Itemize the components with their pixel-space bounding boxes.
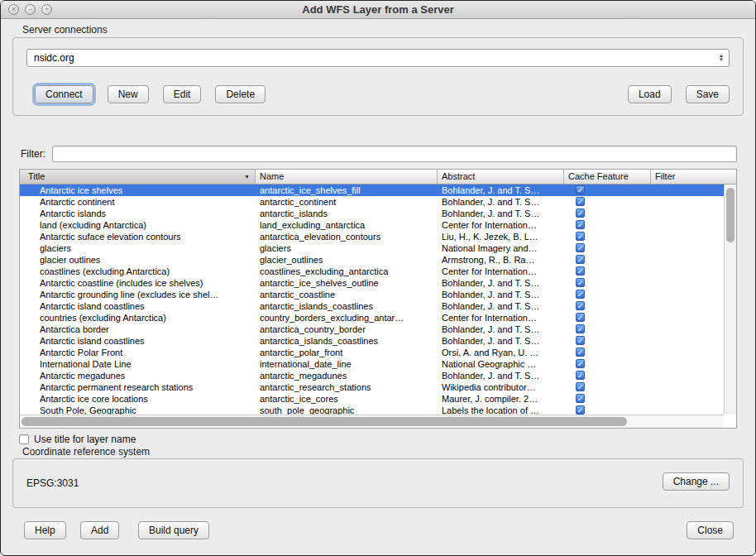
change-crs-button[interactable]: Change ... — [663, 472, 730, 491]
vertical-scrollbar-thumb[interactable] — [726, 188, 734, 242]
cache-feature-checkbox[interactable]: ✓ — [576, 208, 585, 218]
cache-feature-checkbox[interactable]: ✓ — [576, 405, 585, 415]
build-query-button[interactable]: Build query — [138, 521, 209, 539]
zoom-window-button[interactable]: + — [41, 4, 52, 15]
cell-title: International Date Line — [20, 358, 256, 370]
cache-feature-checkbox[interactable]: ✓ — [576, 301, 585, 310]
window-controls: × − + — [8, 4, 52, 15]
cache-feature-checkbox[interactable]: ✓ — [576, 243, 585, 252]
use-title-checkbox[interactable] — [19, 434, 29, 444]
cell-name: international_date_line — [256, 358, 438, 370]
cache-feature-checkbox[interactable]: ✓ — [576, 220, 585, 229]
cell-cache-feature: ✓ — [564, 219, 651, 231]
cell-name: antarctic_islands_coastlines — [256, 300, 438, 312]
table-row[interactable]: Antarctic megadunesantarctic_megadunesBo… — [20, 370, 724, 381]
cell-title: glaciers — [20, 242, 256, 254]
table-row[interactable]: countries (excluding Antarctica)country_… — [20, 312, 724, 324]
cell-cache-feature: ✓ — [564, 231, 651, 242]
table-row[interactable]: land (excluding Antarctica)land_excludin… — [20, 219, 724, 231]
cell-cache-feature: ✓ — [564, 266, 651, 277]
table-row[interactable]: Antarctic island coastlinesantarctica_is… — [20, 335, 724, 347]
server-select[interactable]: nsidc.org ▲▼ — [26, 49, 730, 67]
column-header-cache-feature[interactable]: Cache Feature — [564, 170, 651, 185]
cell-abstract: Bohlander, J. and T. S… — [438, 289, 564, 300]
close-window-button[interactable]: × — [8, 4, 19, 15]
save-button[interactable]: Save — [686, 85, 730, 103]
cell-name: antarctic_islands — [256, 208, 438, 219]
use-title-label: Use title for layer name — [34, 434, 136, 445]
cache-feature-checkbox[interactable]: ✓ — [576, 255, 585, 264]
server-connections-group: nsidc.org ▲▼ Connect New Edit Delete Loa… — [12, 37, 744, 116]
table-row[interactable]: Antarctic island coastlinesantarctic_isl… — [20, 300, 724, 312]
delete-button[interactable]: Delete — [215, 85, 266, 103]
column-header-title[interactable]: Title ▼ — [20, 170, 256, 185]
cell-abstract: Bohlander, J. and T. S… — [438, 208, 564, 219]
cache-feature-checkbox[interactable]: ✓ — [576, 371, 585, 380]
table-row[interactable]: Antarctic islandsantarctic_islandsBohlan… — [20, 208, 724, 219]
cache-feature-checkbox[interactable]: ✓ — [576, 278, 585, 287]
new-button[interactable]: New — [108, 85, 149, 103]
column-header-name[interactable]: Name — [256, 170, 438, 185]
cell-filter — [651, 381, 724, 393]
cell-title: glacier outlines — [20, 254, 256, 266]
cell-abstract: Center for Internation… — [438, 266, 564, 277]
cache-feature-checkbox[interactable]: ✓ — [576, 336, 585, 345]
table-row[interactable]: Antarctic Polar Frontantarctic_polar_fro… — [20, 347, 724, 358]
cell-name: glacier_outlines — [256, 254, 438, 266]
cache-feature-checkbox[interactable]: ✓ — [576, 232, 585, 241]
table-row[interactable]: International Date Lineinternational_dat… — [20, 358, 724, 370]
cache-feature-checkbox[interactable]: ✓ — [576, 290, 585, 299]
horizontal-scrollbar[interactable] — [20, 415, 724, 428]
help-button[interactable]: Help — [24, 521, 66, 539]
column-header-abstract[interactable]: Abstract — [438, 170, 564, 185]
add-button[interactable]: Add — [80, 521, 119, 539]
column-header-filter[interactable]: Filter — [651, 170, 736, 185]
vertical-scrollbar[interactable] — [724, 185, 736, 415]
cache-feature-checkbox[interactable]: ✓ — [576, 197, 585, 206]
filter-input[interactable] — [52, 146, 737, 162]
edit-button[interactable]: Edit — [163, 85, 202, 103]
titlebar[interactable]: × − + Add WFS Layer from a Server — [1, 1, 755, 19]
cell-name: antarctic_ice_cores — [256, 393, 438, 405]
table-row[interactable]: Antarctic continentantarctic_continentBo… — [20, 196, 724, 208]
table-row[interactable]: Antarctica borderantarctica_country_bord… — [20, 324, 724, 335]
cell-filter — [651, 393, 724, 405]
cell-filter — [651, 405, 724, 415]
cache-feature-checkbox[interactable]: ✓ — [576, 266, 585, 276]
cell-title: Antarctic island coastlines — [20, 335, 256, 347]
cache-feature-checkbox[interactable]: ✓ — [576, 348, 585, 357]
cell-abstract: Liu, H., K. Jezek, B. L… — [438, 231, 564, 242]
crs-group-label: Coordinate reference system — [22, 446, 150, 458]
load-button[interactable]: Load — [628, 85, 672, 103]
table-row[interactable]: Antarctic grounding line (excludes ice s… — [20, 289, 724, 300]
table-row[interactable]: glaciersglaciersNational Imagery and…✓ — [20, 242, 724, 254]
cell-abstract: National Imagery and… — [438, 242, 564, 254]
table-row[interactable]: Antarctic suface elevation contoursantar… — [20, 231, 724, 242]
connect-button[interactable]: Connect — [35, 85, 93, 103]
table-row[interactable]: South Pole, Geographicsouth_pole_geograp… — [20, 405, 724, 415]
cell-filter — [651, 324, 724, 335]
cache-feature-checkbox[interactable]: ✓ — [576, 185, 585, 194]
filter-label: Filter: — [21, 148, 45, 160]
cache-feature-checkbox[interactable]: ✓ — [576, 324, 585, 333]
cell-title: Antarctic permanent research stations — [20, 381, 256, 393]
horizontal-scrollbar-thumb[interactable] — [22, 417, 627, 426]
cache-feature-checkbox[interactable]: ✓ — [576, 313, 585, 322]
cache-feature-checkbox[interactable]: ✓ — [576, 382, 585, 391]
table-row[interactable]: coastlines (excluding Antarctica)coastli… — [20, 266, 724, 277]
cell-abstract: Orsi, A. and Ryan, U. … — [438, 347, 564, 358]
cache-feature-checkbox[interactable]: ✓ — [576, 359, 585, 368]
table-row[interactable]: Antarctic coastline (includes ice shelve… — [20, 277, 724, 289]
use-title-option[interactable]: Use title for layer name — [19, 434, 136, 445]
cell-abstract: Center for Internation… — [438, 219, 564, 231]
cell-filter — [651, 185, 724, 196]
table-row[interactable]: Antarctic ice core locationsantarctic_ic… — [20, 393, 724, 405]
cache-feature-checkbox[interactable]: ✓ — [576, 394, 585, 403]
table-row[interactable]: Antarctic permanent research stationsant… — [20, 381, 724, 393]
crs-value: EPSG:3031 — [26, 477, 79, 489]
cell-abstract: Bohlander, J. and T. S… — [438, 370, 564, 381]
minimize-window-button[interactable]: − — [25, 4, 36, 15]
close-button[interactable]: Close — [687, 521, 734, 539]
table-row[interactable]: Antarctic ice shelvesantarctic_ice_shelv… — [20, 185, 724, 196]
table-row[interactable]: glacier outlinesglacier_outlinesArmstron… — [20, 254, 724, 266]
